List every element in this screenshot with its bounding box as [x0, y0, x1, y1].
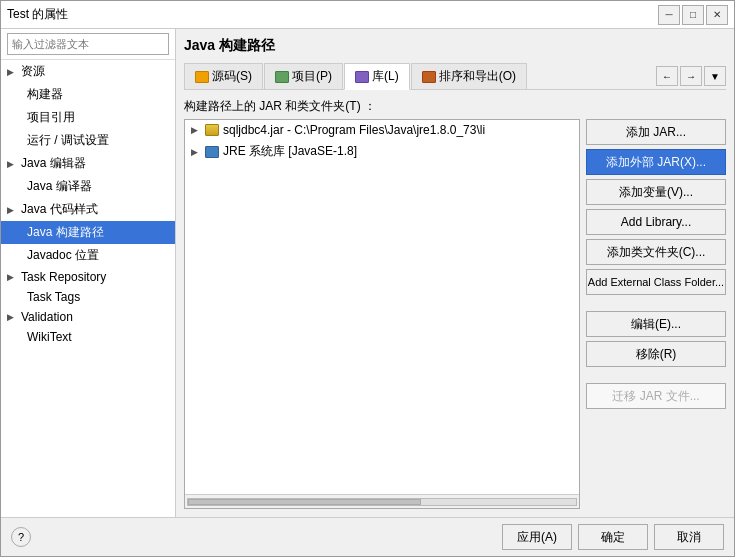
jre-icon	[205, 146, 219, 158]
migrate-jar-button[interactable]: 迁移 JAR 文件...	[586, 383, 726, 409]
expand-icon: ▶	[7, 312, 17, 322]
tab-libraries[interactable]: 库(L)	[344, 63, 410, 90]
scrollbar-thumb[interactable]	[188, 499, 421, 505]
horizontal-scrollbar[interactable]	[185, 494, 579, 508]
sidebar-item-task-tags[interactable]: Task Tags	[1, 287, 175, 307]
sidebar-item-task-repo[interactable]: ▶ Task Repository	[1, 267, 175, 287]
tab-source[interactable]: 源码(S)	[184, 63, 263, 89]
expand-icon: ▶	[7, 67, 17, 77]
file-list-area: ▶ sqljdbc4.jar - C:\Program Files\Java\j…	[184, 119, 580, 509]
btn-spacer-2	[586, 371, 726, 379]
footer-left: ?	[11, 527, 496, 547]
source-tab-icon	[195, 71, 209, 83]
sidebar-filter-area	[1, 29, 175, 60]
tab-order-label: 排序和导出(O)	[439, 68, 516, 85]
expand-icon: ▶	[7, 205, 17, 215]
sidebar-item-label: Javadoc 位置	[27, 247, 99, 264]
project-tab-icon	[275, 71, 289, 83]
file-item-label-jre: JRE 系统库 [JavaSE-1.8]	[223, 143, 357, 160]
tabs-row: 源码(S) 项目(P) 库(L) 排序和导出(O)	[184, 63, 726, 90]
scrollbar-track[interactable]	[187, 498, 577, 506]
lib-tab-icon	[355, 71, 369, 83]
button-panel: 添加 JAR... 添加外部 JAR(X)... 添加变量(V)... Add …	[586, 119, 726, 509]
expand-arrow-jre: ▶	[191, 147, 201, 157]
tab-source-label: 源码(S)	[212, 68, 252, 85]
maximize-button[interactable]: □	[682, 5, 704, 25]
sidebar-item-java-editor[interactable]: ▶ Java 编辑器	[1, 152, 175, 175]
main-content: ▶ 资源 构建器 项目引用 运行 / 调试设置 ▶ Java 编辑器 Jav	[1, 29, 734, 517]
add-var-button[interactable]: 添加变量(V)...	[586, 179, 726, 205]
sidebar-item-java-code-style[interactable]: ▶ Java 代码样式	[1, 198, 175, 221]
nav-menu-button[interactable]: ▼	[704, 66, 726, 86]
expand-icon: ▶	[7, 159, 17, 169]
sidebar-item-javadoc[interactable]: Javadoc 位置	[1, 244, 175, 267]
nav-forward-button[interactable]: →	[680, 66, 702, 86]
add-ext-class-folder-button[interactable]: Add External Class Folder...	[586, 269, 726, 295]
window: Test 的属性 ─ □ ✕ ▶ 资源 构建器 项目引用	[0, 0, 735, 557]
main-panel: Java 构建路径 源码(S) 项目(P) 库(L)	[176, 29, 734, 517]
sidebar-filter-input[interactable]	[7, 33, 169, 55]
sidebar-item-builder[interactable]: 构建器	[1, 83, 175, 106]
add-jar-button[interactable]: 添加 JAR...	[586, 119, 726, 145]
nav-buttons: ← → ▼	[656, 66, 726, 86]
sidebar-item-project-ref[interactable]: 项目引用	[1, 106, 175, 129]
sidebar-item-resources[interactable]: ▶ 资源	[1, 60, 175, 83]
page-title: Java 构建路径	[184, 37, 726, 55]
sidebar-item-label: Java 构建路径	[27, 224, 104, 241]
expand-arrow-sqljdbc: ▶	[191, 125, 201, 135]
center-area: ▶ sqljdbc4.jar - C:\Program Files\Java\j…	[184, 119, 726, 509]
help-button[interactable]: ?	[11, 527, 31, 547]
sidebar-item-java-build-path[interactable]: Java 构建路径	[1, 221, 175, 244]
cancel-button[interactable]: 取消	[654, 524, 724, 550]
sidebar-item-run-debug[interactable]: 运行 / 调试设置	[1, 129, 175, 152]
order-tab-icon	[422, 71, 436, 83]
tab-projects[interactable]: 项目(P)	[264, 63, 343, 89]
tab-projects-label: 项目(P)	[292, 68, 332, 85]
sidebar: ▶ 资源 构建器 项目引用 运行 / 调试设置 ▶ Java 编辑器 Jav	[1, 29, 176, 517]
file-item-sqljdbc[interactable]: ▶ sqljdbc4.jar - C:\Program Files\Java\j…	[185, 120, 579, 140]
sidebar-item-label: Java 代码样式	[21, 201, 98, 218]
apply-button[interactable]: 应用(A)	[502, 524, 572, 550]
sidebar-item-label: Validation	[21, 310, 73, 324]
ok-button[interactable]: 确定	[578, 524, 648, 550]
add-class-folder-button[interactable]: 添加类文件夹(C)...	[586, 239, 726, 265]
sidebar-item-java-compiler[interactable]: Java 编译器	[1, 175, 175, 198]
file-list-scroll[interactable]: ▶ sqljdbc4.jar - C:\Program Files\Java\j…	[185, 120, 579, 494]
sidebar-item-label: Java 编译器	[27, 178, 92, 195]
sidebar-item-wikitext[interactable]: WikiText	[1, 327, 175, 347]
file-item-label-sqljdbc: sqljdbc4.jar - C:\Program Files\Java\jre…	[223, 123, 485, 137]
expand-icon: ▶	[7, 272, 17, 282]
titlebar: Test 的属性 ─ □ ✕	[1, 1, 734, 29]
sidebar-item-label: 资源	[21, 63, 45, 80]
sidebar-item-label: Java 编辑器	[21, 155, 86, 172]
file-item-jre[interactable]: ▶ JRE 系统库 [JavaSE-1.8]	[185, 140, 579, 163]
minimize-button[interactable]: ─	[658, 5, 680, 25]
sidebar-item-label: Task Tags	[27, 290, 80, 304]
tab-libraries-label: 库(L)	[372, 68, 399, 85]
window-title: Test 的属性	[7, 6, 68, 23]
sidebar-item-label: Task Repository	[21, 270, 106, 284]
titlebar-controls: ─ □ ✕	[658, 5, 728, 25]
sidebar-item-validation[interactable]: ▶ Validation	[1, 307, 175, 327]
add-lib-button[interactable]: Add Library...	[586, 209, 726, 235]
btn-spacer-1	[586, 299, 726, 307]
sidebar-item-label: 运行 / 调试设置	[27, 132, 109, 149]
remove-button[interactable]: 移除(R)	[586, 341, 726, 367]
sidebar-item-label: 构建器	[27, 86, 63, 103]
footer: ? 应用(A) 确定 取消	[1, 517, 734, 556]
files-label: 构建路径上的 JAR 和类文件夹(T) ：	[184, 98, 726, 115]
sidebar-item-label: 项目引用	[27, 109, 75, 126]
jar-icon	[205, 124, 219, 136]
sidebar-item-label: WikiText	[27, 330, 72, 344]
nav-back-button[interactable]: ←	[656, 66, 678, 86]
close-button[interactable]: ✕	[706, 5, 728, 25]
tabs-nav: 源码(S) 项目(P) 库(L) 排序和导出(O)	[184, 63, 656, 89]
tab-order[interactable]: 排序和导出(O)	[411, 63, 527, 89]
edit-button[interactable]: 编辑(E)...	[586, 311, 726, 337]
add-ext-jar-button[interactable]: 添加外部 JAR(X)...	[586, 149, 726, 175]
